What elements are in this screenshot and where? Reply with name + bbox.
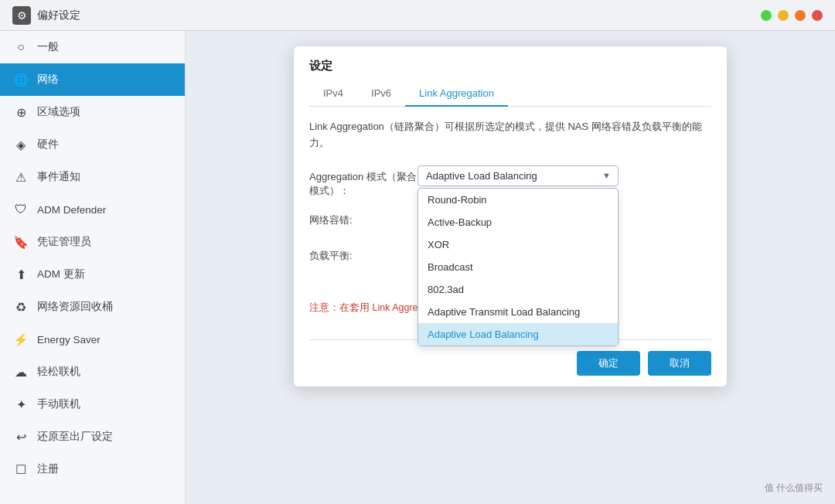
sidebar-label-adm-defender: ADM Defender <box>37 204 106 216</box>
sidebar-label-network: 网络 <box>37 73 59 87</box>
dialog-footer: 确定 取消 <box>294 340 727 387</box>
restore-icon: ↩ <box>12 428 29 445</box>
dialog-body: Link Aggregation（链路聚合）可根据所选定的模式，提供 NAS 网… <box>294 107 727 327</box>
tab-bar: IPv4 IPv6 Link Aggregation <box>309 81 711 107</box>
sidebar-item-cert[interactable]: 🔖 凭证管理员 <box>0 226 185 258</box>
sidebar-item-region[interactable]: ⊕ 区域选项 <box>0 96 185 128</box>
adm-update-icon: ⬆ <box>12 266 29 283</box>
sidebar-label-adm-update: ADM 更新 <box>37 267 85 281</box>
title-bar: ⚙ 偏好设定 <box>0 0 835 31</box>
main-layout: ○ 一般 🌐 网络 ⊕ 区域选项 ◈ 硬件 ⚠ 事件通知 🛡 ADM Defen… <box>0 31 835 504</box>
sidebar-item-recycle[interactable]: ♻ 网络资源回收桶 <box>0 291 185 323</box>
sidebar-item-energy[interactable]: ⚡ Energy Saver <box>0 323 185 356</box>
network-label: 网络容错: <box>309 209 418 227</box>
manual-connect-icon: ✦ <box>12 396 29 413</box>
settings-dialog: 设定 IPv4 IPv6 Link Aggregation Link Aggre… <box>294 46 727 387</box>
sidebar-label-recycle: 网络资源回收桶 <box>37 300 113 314</box>
sidebar-label-register: 注册 <box>37 462 59 476</box>
sidebar-label-hardware: 硬件 <box>37 138 59 152</box>
maximize-button[interactable] <box>778 10 789 21</box>
confirm-button[interactable]: 确定 <box>577 351 640 376</box>
sidebar-label-manual-connect: 手动联机 <box>37 397 80 411</box>
window-controls <box>761 10 823 21</box>
sidebar-item-general[interactable]: ○ 一般 <box>0 31 185 63</box>
selected-option-text: Adaptive Load Balancing <box>426 170 537 182</box>
notification-icon: ⚠ <box>12 169 29 186</box>
sidebar-label-cert: 凭证管理员 <box>37 235 91 249</box>
sidebar-label-restore: 还原至出厂设定 <box>37 430 113 444</box>
dropdown-item-active-backup[interactable]: Active-Backup <box>418 211 618 233</box>
dropdown-item-broadcast[interactable]: Broadcast <box>418 256 618 278</box>
network-icon: 🌐 <box>12 71 29 88</box>
dropdown-item-adaptive-transmit[interactable]: Adaptive Transmit Load Balancing <box>418 301 618 323</box>
aggregation-control: Adaptive Load Balancing ▼ Round-Robin Ac… <box>418 165 711 186</box>
description-text: Link Aggregation（链路聚合）可根据所选定的模式，提供 NAS 网… <box>309 119 711 152</box>
adm-defender-icon: 🛡 <box>12 201 29 218</box>
recycle-icon: ♻ <box>12 298 29 315</box>
easylink-icon: ☁ <box>12 363 29 380</box>
close-button[interactable] <box>812 10 823 21</box>
aggregation-label: Aggregation 模式（聚合模式）： <box>309 165 418 198</box>
sidebar-item-notification[interactable]: ⚠ 事件通知 <box>0 161 185 193</box>
sidebar-label-notification: 事件通知 <box>37 170 80 184</box>
sidebar-label-general: 一般 <box>37 40 59 54</box>
dropdown-list: Round-Robin Active-Backup XOR Broadcast … <box>418 188 619 346</box>
general-icon: ○ <box>12 39 29 56</box>
sidebar-item-manual-connect[interactable]: ✦ 手动联机 <box>0 388 185 421</box>
sidebar-label-region: 区域选项 <box>37 105 80 119</box>
sidebar-item-network[interactable]: 🌐 网络 <box>0 63 185 96</box>
fullscreen-button[interactable] <box>795 10 806 21</box>
sidebar-label-easylink: 轻松联机 <box>37 365 80 379</box>
sidebar: ○ 一般 🌐 网络 ⊕ 区域选项 ◈ 硬件 ⚠ 事件通知 🛡 ADM Defen… <box>0 31 186 504</box>
app-icon: ⚙ <box>12 6 31 25</box>
register-icon: ☐ <box>12 461 29 478</box>
sidebar-item-register[interactable]: ☐ 注册 <box>0 453 185 485</box>
dropdown-item-802-3ad[interactable]: 802.3ad <box>418 278 618 301</box>
watermark: 值 什么值得买 <box>765 482 823 495</box>
sidebar-item-easylink[interactable]: ☁ 轻松联机 <box>0 356 185 388</box>
dialog-title: 设定 <box>294 46 727 73</box>
sidebar-item-restore[interactable]: ↩ 还原至出厂设定 <box>0 421 185 453</box>
hardware-icon: ◈ <box>12 136 29 153</box>
minimize-button[interactable] <box>761 10 772 21</box>
sidebar-item-hardware[interactable]: ◈ 硬件 <box>0 128 185 161</box>
tab-ipv6[interactable]: IPv6 <box>357 81 405 107</box>
sidebar-label-energy: Energy Saver <box>37 334 101 346</box>
sidebar-item-adm-defender[interactable]: 🛡 ADM Defender <box>0 193 185 226</box>
dropdown-item-xor[interactable]: XOR <box>418 233 618 256</box>
dropdown-item-adaptive-load[interactable]: Adaptive Load Balancing <box>418 323 618 346</box>
energy-icon: ⚡ <box>12 331 29 348</box>
tab-ipv4[interactable]: IPv4 <box>309 81 357 107</box>
cert-icon: 🔖 <box>12 233 29 250</box>
mode-select-wrapper: Adaptive Load Balancing ▼ Round-Robin Ac… <box>418 165 619 186</box>
tab-link-aggregation[interactable]: Link Aggregation <box>405 81 508 107</box>
cancel-button[interactable]: 取消 <box>648 351 711 376</box>
select-arrow-icon: ▼ <box>602 171 611 180</box>
app-title: 偏好设定 <box>37 9 80 22</box>
region-icon: ⊕ <box>12 104 29 121</box>
aggregation-mode-row: Aggregation 模式（聚合模式）： Adaptive Load Bala… <box>309 165 711 198</box>
mode-select[interactable]: Adaptive Load Balancing ▼ <box>418 165 619 186</box>
content-area: 设定 IPv4 IPv6 Link Aggregation Link Aggre… <box>186 31 835 504</box>
sidebar-item-adm-update[interactable]: ⬆ ADM 更新 <box>0 258 185 291</box>
load-balance-label: 负载平衡: <box>309 244 418 263</box>
dropdown-item-round-robin[interactable]: Round-Robin <box>418 189 618 211</box>
